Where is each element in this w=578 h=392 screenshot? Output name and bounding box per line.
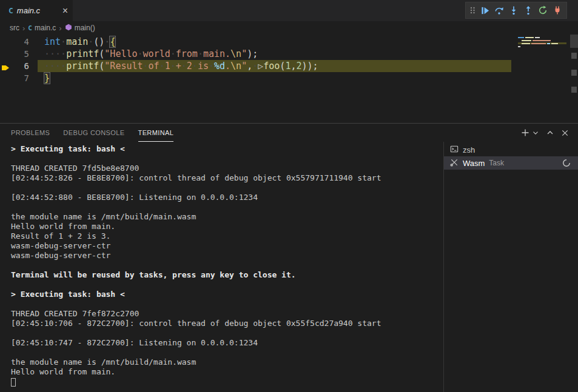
tab-close-icon[interactable]: × (62, 6, 68, 16)
code-token: \n (230, 61, 241, 71)
tab-debug-console[interactable]: DEBUG CONSOLE (63, 124, 124, 142)
code-line: 5····printf("Hello·world·from·main.\n"); (0, 48, 511, 60)
debug-disconnect-icon[interactable] (550, 3, 565, 18)
debug-step-out-icon[interactable] (521, 3, 536, 18)
code-token: , (247, 61, 252, 71)
code-token: · (192, 61, 198, 71)
code-token: ···· (44, 61, 66, 71)
breadcrumb-label: main() (75, 24, 95, 32)
line-number: 7 (0, 72, 29, 84)
terminal-tab-zsh[interactable]: zsh (444, 143, 578, 156)
code-content: int·main·()·{ (38, 36, 511, 48)
breadcrumb-item-src[interactable]: src (10, 24, 19, 32)
tab-terminal[interactable]: TERMINAL (138, 124, 174, 142)
code-token: " (241, 48, 247, 59)
terminal-line: [02:44:52:826 - BE8E8700]: control threa… (11, 173, 443, 183)
overview-ruler-mark (571, 70, 577, 76)
debug-restart-icon[interactable] (536, 3, 550, 18)
code-token: %d (214, 61, 225, 71)
maximize-panel-icon[interactable] (545, 128, 555, 138)
terminal-line: > Executing task: bash < (11, 290, 443, 299)
code-token: · (252, 61, 258, 71)
terminal-line: Hello world from main. (11, 222, 443, 231)
code-content: } (38, 72, 511, 84)
code-line: 4int·main·()·{ (0, 36, 511, 48)
code-token: · (138, 48, 143, 59)
tab-main-c[interactable]: C main.c × (0, 0, 73, 21)
code-token: main (66, 36, 88, 47)
terminal-line: THREAD CREATED 7fef872c2700 (11, 309, 443, 319)
code-token: · (143, 61, 149, 71)
tab-problems[interactable]: PROBLEMS (11, 124, 50, 142)
terminal-line: wasm-debug-server-ctr (11, 241, 443, 251)
panel-actions (520, 128, 578, 138)
terminal-line: [02:45:10:747 - 872C2700]: Listening on … (11, 338, 443, 348)
breadcrumb-separator: › (59, 24, 61, 33)
code-line: 6····printf("Result·of·1·+·2·is·%d.\n",·… (0, 60, 511, 72)
terminal-tabs-list: zsh Wasm Task (443, 142, 578, 392)
code-editor[interactable]: 4int·main·()·{5····printf("Hello·world·f… (0, 35, 578, 123)
terminal-line (11, 154, 443, 164)
terminal-tab-label: Wasm (463, 159, 485, 168)
code-token: ( (99, 48, 104, 59)
terminal-tab-description: Task (489, 159, 504, 167)
code-token: + (176, 61, 181, 71)
terminal-line: Result of 1 + 2 is 3. (11, 231, 443, 241)
minimap[interactable] (516, 35, 569, 123)
line-number: 5 (0, 48, 29, 60)
code-token: \n (230, 48, 241, 59)
breadcrumb-item-file[interactable]: C main.c (28, 24, 56, 32)
code-lines: 4int·main·()·{5····printf("Hello·world·f… (0, 36, 511, 84)
terminal-line (11, 299, 443, 309)
code-token: main. (203, 48, 230, 59)
code-token: printf (66, 61, 99, 71)
terminal-line: the module name is /mnt/build/main.wasm (11, 212, 443, 222)
panel-body: > Executing task: bash <THREAD CREATED 7… (0, 142, 578, 392)
close-panel-icon[interactable] (560, 128, 570, 138)
loading-spinner-icon (562, 159, 571, 167)
code-token: of (149, 61, 160, 71)
debug-toolbar (465, 2, 567, 19)
terminal-profile-dropdown-icon[interactable] (531, 128, 540, 137)
scrollbar-thumb[interactable] (570, 35, 578, 48)
debug-step-over-icon[interactable] (492, 3, 506, 18)
code-token: int (44, 36, 61, 47)
overview-ruler-mark (571, 53, 577, 59)
line-number: 4 (0, 36, 29, 48)
code-token: 1 (165, 61, 170, 71)
terminal-icon (450, 145, 459, 155)
breadcrumb-label: main.c (35, 24, 56, 32)
code-token: · (88, 36, 93, 47)
code-token: ( (99, 61, 104, 71)
code-token: "Result (104, 61, 143, 71)
editor-scrollbar[interactable] (570, 35, 578, 123)
code-content: ····printf("Hello·world·from·main.\n"); (38, 48, 511, 60)
terminal-line (11, 348, 443, 357)
code-token: . (225, 61, 230, 71)
toolbar-drag-grip-icon[interactable] (468, 3, 477, 18)
code-token: ); (247, 48, 258, 59)
breadcrumb-item-symbol[interactable]: main() (65, 24, 95, 33)
terminal-output[interactable]: > Executing task: bash <THREAD CREATED 7… (0, 142, 443, 392)
debug-step-into-icon[interactable] (506, 3, 521, 18)
code-token: "Hello (104, 48, 137, 59)
editor-tab-bar: C main.c × (0, 0, 578, 21)
code-token: · (61, 36, 66, 47)
code-token: () (93, 36, 104, 47)
code-token: " (241, 61, 247, 71)
terminal-tab-wasm-task[interactable]: Wasm Task (444, 156, 578, 170)
terminal-line: Terminal will be reused by tasks, press … (11, 270, 443, 280)
terminal-line: the module name is /mnt/build/main.wasm (11, 357, 443, 367)
new-terminal-icon[interactable] (520, 128, 530, 138)
terminal-cursor (11, 378, 16, 387)
terminal-line (11, 261, 443, 270)
inline-step-target-icon: ▷ (258, 61, 263, 71)
debug-continue-icon[interactable] (477, 3, 492, 18)
symbol-method-icon (65, 24, 72, 33)
overview-ruler-mark (571, 87, 577, 93)
tools-icon (450, 158, 459, 168)
terminal-line (11, 280, 443, 290)
code-token: · (209, 61, 214, 71)
code-token: )); (301, 61, 318, 71)
c-file-icon: C (28, 24, 32, 32)
